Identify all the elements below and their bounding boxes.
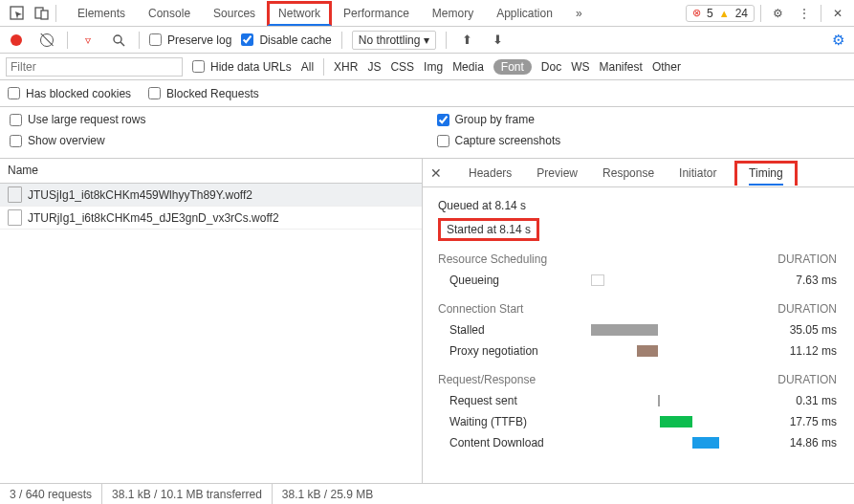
network-filter-bar: Hide data URLs All XHR JS CSS Img Media … (0, 54, 854, 80)
upload-har-icon[interactable]: ⬆ (456, 30, 477, 51)
duration-header: DURATION (777, 373, 837, 386)
network-settings-panel: Use large request rows Show overview Gro… (0, 107, 854, 159)
tab-console[interactable]: Console (137, 1, 202, 26)
tab-performance[interactable]: Performance (332, 1, 421, 26)
status-bar: 3 / 640 requests 38.1 kB / 10.1 MB trans… (0, 483, 854, 504)
clear-button[interactable] (36, 30, 57, 51)
file-icon (8, 209, 22, 226)
type-img[interactable]: Img (424, 60, 443, 74)
tab-network[interactable]: Network (267, 1, 332, 26)
hide-data-urls-checkbox[interactable]: Hide data URLs (192, 60, 292, 74)
tab-timing[interactable]: Timing (734, 161, 798, 186)
timing-value: 35.05 ms (760, 323, 837, 337)
blocked-requests-checkbox[interactable]: Blocked Requests (148, 87, 259, 100)
name-column-header[interactable]: Name (0, 159, 422, 184)
divider (760, 5, 761, 22)
large-request-rows-checkbox[interactable]: Use large request rows (10, 113, 418, 126)
request-row[interactable]: JTUSjIg1_i6t8kCHKm459WlhyyTh89Y.woff2 (0, 184, 422, 207)
type-doc[interactable]: Doc (541, 60, 561, 74)
network-settings-icon[interactable]: ⚙ (827, 30, 848, 51)
status-resources: 38.1 kB / 25.9 MB (273, 484, 383, 504)
divider (55, 5, 56, 22)
disable-cache-checkbox[interactable]: Disable cache (241, 33, 331, 47)
timing-value: 7.63 ms (760, 274, 837, 287)
issue-badges[interactable]: ⊗5 ▲24 (686, 5, 755, 22)
timing-section-title: Resource Scheduling (438, 252, 547, 266)
tab-application[interactable]: Application (485, 1, 564, 26)
has-blocked-cookies-checkbox[interactable]: Has blocked cookies (8, 87, 131, 100)
close-devtools-icon[interactable]: ✕ (827, 3, 848, 24)
timing-value: 0.31 ms (760, 394, 837, 407)
preserve-log-checkbox[interactable]: Preserve log (149, 33, 231, 47)
network-options-row: Has blocked cookies Blocked Requests (0, 80, 854, 107)
record-button[interactable] (6, 30, 27, 51)
tabs-overflow[interactable]: » (564, 1, 594, 26)
settings-gear-icon[interactable]: ⚙ (767, 3, 788, 24)
main-tabs: Elements Console Sources Network Perform… (66, 1, 594, 26)
timing-bar (591, 274, 604, 286)
filter-input[interactable] (6, 57, 183, 77)
close-detail-icon[interactable]: ✕ (430, 165, 448, 181)
type-font[interactable]: Font (493, 59, 532, 75)
timing-bar (591, 324, 658, 336)
error-count: 5 (707, 7, 713, 20)
timing-bar (692, 437, 719, 449)
timing-section-title: Request/Response (438, 373, 536, 386)
timing-value: 17.75 ms (760, 415, 837, 428)
timing-label: Waiting (TTFB) (438, 415, 591, 428)
search-icon[interactable] (108, 30, 129, 51)
divider (821, 5, 821, 22)
divider (323, 58, 324, 76)
timing-bar (658, 395, 660, 406)
chevron-down-icon: ▾ (424, 33, 429, 47)
timing-row: Waiting (TTFB)17.75 ms (438, 411, 837, 432)
duration-header: DURATION (777, 252, 837, 266)
tab-elements[interactable]: Elements (66, 1, 137, 26)
tab-initiator[interactable]: Initiator (675, 161, 717, 186)
svg-rect-2 (41, 11, 48, 19)
timing-row: Content Download14.86 ms (438, 432, 837, 453)
detail-tabs: ✕ Headers Preview Response Initiator Tim… (423, 159, 854, 187)
group-by-frame-checkbox[interactable]: Group by frame (437, 113, 845, 126)
tab-headers[interactable]: Headers (465, 161, 515, 186)
tab-preview[interactable]: Preview (533, 161, 581, 186)
type-other[interactable]: Other (652, 60, 681, 74)
device-toolbar-icon[interactable] (31, 3, 52, 24)
filter-toggle-icon[interactable]: ▿ (77, 30, 99, 51)
request-name: JTUSjIg1_i6t8kCHKm459WlhyyTh89Y.woff2 (28, 188, 252, 202)
type-all[interactable]: All (301, 60, 314, 74)
svg-point-3 (114, 35, 121, 43)
divider (446, 32, 447, 49)
timing-bar (637, 345, 658, 357)
type-media[interactable]: Media (452, 60, 484, 74)
request-type-filters: All XHR JS CSS Img Media Font Doc WS Man… (301, 58, 681, 76)
status-transferred: 38.1 kB / 10.1 MB transferred (102, 484, 273, 504)
type-ws[interactable]: WS (571, 60, 589, 74)
timing-section-title: Connection Start (438, 302, 523, 316)
status-requests: 3 / 640 requests (0, 484, 102, 504)
divider (67, 32, 68, 49)
kebab-menu-icon[interactable]: ⋮ (794, 3, 815, 24)
tab-memory[interactable]: Memory (421, 1, 485, 26)
type-css[interactable]: CSS (390, 60, 414, 74)
warning-icon: ▲ (719, 8, 730, 19)
type-xhr[interactable]: XHR (334, 60, 358, 74)
throttling-select[interactable]: No throttling▾ (352, 31, 437, 50)
devtools-main-tabbar: Elements Console Sources Network Perform… (0, 0, 854, 27)
queued-at-label: Queued at 8.14 s (438, 195, 837, 216)
inspect-element-icon[interactable] (6, 3, 27, 24)
tab-response[interactable]: Response (599, 161, 658, 186)
file-icon (8, 186, 22, 203)
download-har-icon[interactable]: ⬇ (487, 30, 508, 51)
capture-screenshots-checkbox[interactable]: Capture screenshots (437, 134, 845, 147)
timing-label: Content Download (438, 436, 591, 449)
tab-sources[interactable]: Sources (202, 1, 267, 26)
type-manifest[interactable]: Manifest (600, 60, 643, 74)
request-row[interactable]: JTURjIg1_i6t8kCHKm45_dJE3gnD_vx3rCs.woff… (0, 207, 422, 230)
show-overview-checkbox[interactable]: Show overview (10, 134, 418, 147)
requests-list: Name JTUSjIg1_i6t8kCHKm459WlhyyTh89Y.wof… (0, 159, 423, 483)
timing-row: Queueing7.63 ms (438, 270, 837, 291)
type-js[interactable]: JS (367, 60, 381, 74)
request-name: JTURjIg1_i6t8kCHKm45_dJE3gnD_vx3rCs.woff… (28, 211, 279, 225)
timing-panel: Queued at 8.14 s Started at 8.14 s Resou… (423, 187, 854, 461)
